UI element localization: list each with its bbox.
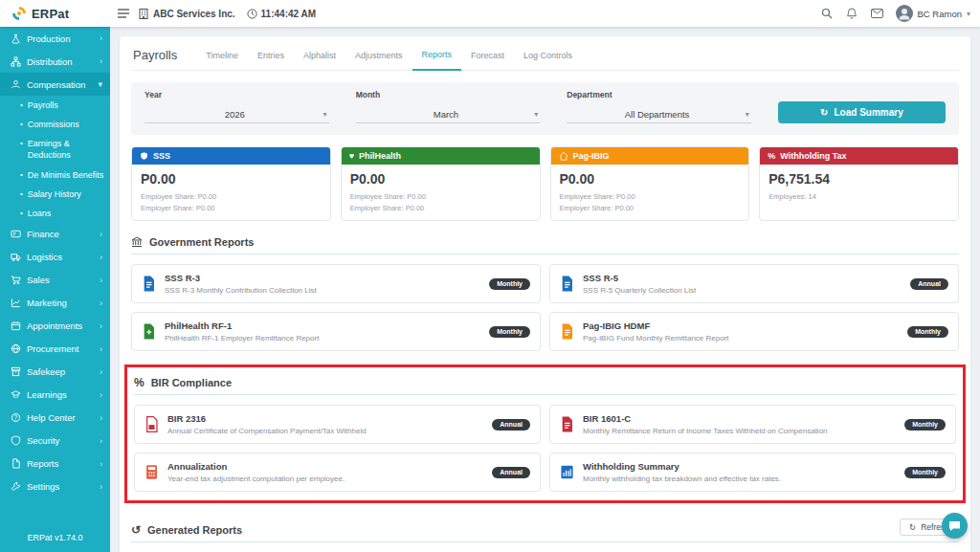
department-select[interactable]: All Departments ▾ [567,106,751,123]
employer-share: Employer Share: P0.00 [560,203,741,214]
tab-alphalist[interactable]: Alphalist [294,51,345,70]
report-card-bir-1601c[interactable]: BIR 1601-C Monthly Remittance Return of … [549,405,956,444]
sidebar-item-reports[interactable]: Reports › [0,453,110,475]
sidebar-item-procurement[interactable]: Procurement › [0,338,110,361]
employees-count: Employees: 14 [768,191,949,203]
brand[interactable]: ERPat [0,6,110,21]
sidebar-item-marketing[interactable]: Marketing › [0,292,110,315]
sidebar-item-label: Production [27,33,94,44]
department-value: All Departments [568,109,746,120]
tab-adjustments[interactable]: Adjustments [345,51,412,70]
tab-reports[interactable]: Reports [412,50,462,71]
report-card-withholding-summary[interactable]: Withholding Summary Monthly withholding … [549,453,956,492]
report-text: Pag-IBIG HDMF Pag-IBIG Fund Monthly Remi… [583,320,899,342]
report-text: SSS R-5 SSS R-5 Quarterly Collection Lis… [583,273,902,295]
hand-holding-usd-icon [11,79,21,90]
bullet-icon: • [20,208,23,218]
report-name: SSS R-3 [165,273,480,283]
tab-timeline[interactable]: Timeline [196,51,248,70]
sidebar-item-appointments[interactable]: Appointments › [0,315,110,338]
chat-button[interactable] [942,513,968,539]
summary-card-body: P0.00 Employee Share: P0.00 Employer Sha… [342,165,540,220]
chevron-right-icon: › [100,367,102,377]
chevron-right-icon: › [100,56,102,66]
sidebar-item-learnings[interactable]: Learnings › [0,384,110,407]
employee-share: Employee Share: P0.00 [141,191,322,203]
sidebar-item-label: Finance [27,229,94,239]
sidebar-subitem-de-minimis-benefits[interactable]: •De Minimis Benefits [0,166,110,185]
calendar-icon [11,320,21,331]
chat-icon [948,520,961,532]
section-heading: % BIR Compliance [134,377,956,395]
report-card-pagibig-hdmf[interactable]: Pag-IBIG HDMF Pag-IBIG Fund Monthly Remi… [549,312,959,351]
clock-icon [247,9,257,19]
header-actions: BC Ramon ▾ [814,5,980,22]
tab-log-controls[interactable]: Log Controls [514,51,582,70]
sidebar-item-finance[interactable]: Finance › [0,223,110,246]
load-summary-button[interactable]: ↻ Load Summary [778,101,946,123]
chevron-right-icon: › [100,344,102,354]
sidebar-item-production[interactable]: Production › [0,27,110,50]
file-invoice-icon [560,276,574,292]
sidebar-item-compensation[interactable]: Compensation ▾ [0,73,110,96]
bullet-icon: • [20,188,23,199]
report-description: Pag-IBIG Fund Monthly Remittance Report [583,334,899,342]
company-selector[interactable]: ABC Services Inc. [139,9,235,19]
sidebar-subitem-payrolls[interactable]: •Payrolls [0,96,110,115]
subitem-label: Commissions [28,119,79,130]
notifications-button[interactable] [839,8,864,19]
report-card-sss-r5[interactable]: SSS R-5 SSS R-5 Quarterly Collection Lis… [549,264,959,303]
employee-share: Employee Share: P0.00 [350,191,531,203]
sidebar-subitem-earnings-deductions[interactable]: •Earnings & Deductions [0,134,110,165]
search-icon [821,8,833,19]
sidebar-item-help-center[interactable]: Help Center › [0,407,110,430]
year-select[interactable]: 2026 ▾ [145,106,329,123]
chevron-right-icon: › [100,413,102,423]
money-check-icon [11,229,21,239]
tab-entries[interactable]: Entries [248,51,294,70]
history-icon: ↺ [131,524,141,536]
sidebar-item-logistics[interactable]: Logistics › [0,246,110,269]
caret-down-icon: ▾ [534,110,538,119]
report-card-philhealth-rf1[interactable]: PhilHealth RF-1 PhilHealth RF-1 Employer… [131,312,541,351]
report-description: SSS R-3 Monthly Contribution Collection … [165,286,480,295]
report-card-sss-r3[interactable]: SSS R-3 SSS R-3 Monthly Contribution Col… [131,264,541,303]
wrench-icon [11,481,21,492]
truck-icon [11,252,21,262]
report-name: Withholding Summary [583,461,896,472]
file-invoice-dollar-icon [560,416,574,432]
spacer-line [768,203,949,214]
government-reports-section: Government Reports SSS R-3 SSS R-3 Month… [131,236,959,351]
subitem-label: Payrolls [28,99,58,111]
report-name: PhilHealth RF-1 [165,320,480,331]
sidebar-subitem-loans[interactable]: •Loans [0,204,110,223]
report-name: Pag-IBIG HDMF [583,320,899,331]
tab-forecast[interactable]: Forecast [461,51,514,70]
sidebar-item-settings[interactable]: Settings › [0,475,110,498]
sidebar-subitem-salary-history[interactable]: •Salary History [0,185,110,204]
user-menu[interactable]: BC Ramon ▾ [896,5,970,22]
flask-icon [11,33,21,44]
sidebar-item-safekeep[interactable]: Safekeep › [0,361,110,384]
report-card-bir-2316[interactable]: BIR 2316 Annual Certificate of Compensat… [134,405,541,444]
sidebar: Production › Distribution › Compensation… [0,27,110,552]
summary-amount: P0.00 [141,171,322,187]
summary-card-title: Pag-IBIG [573,151,610,161]
file-alt-icon [11,458,21,469]
sidebar-item-distribution[interactable]: Distribution › [0,50,110,73]
sidebar-toggle-button[interactable] [110,9,137,18]
sidebar-item-label: Security [27,435,94,446]
sidebar-item-security[interactable]: Security › [0,430,110,453]
chevron-right-icon: › [100,321,102,331]
search-button[interactable] [814,8,839,19]
government-reports-grid: SSS R-3 SSS R-3 Monthly Contribution Col… [131,264,959,351]
report-card-annualization[interactable]: Annualization Year-end tax adjustment co… [134,453,541,492]
menu-icon [118,9,129,18]
chevron-right-icon: › [100,33,102,43]
sidebar-subitem-commissions[interactable]: •Commissions [0,115,110,134]
month-select[interactable]: March ▾ [356,106,541,123]
messages-button[interactable] [864,9,890,18]
year-filter: Year 2026 ▾ [145,90,329,123]
frequency-badge: Monthly [904,467,946,478]
sidebar-item-sales[interactable]: Sales › [0,269,110,292]
